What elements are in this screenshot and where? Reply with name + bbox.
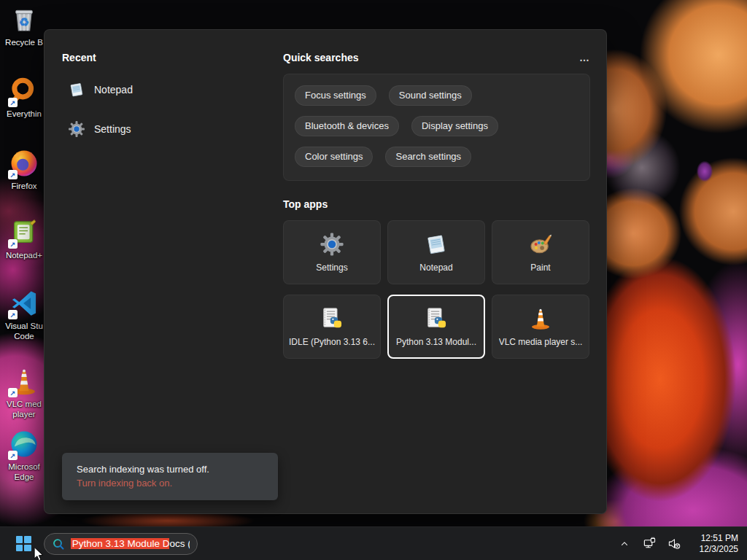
search-flyout-panel: Recent Notepad Settings Quick searches …… xyxy=(44,29,607,514)
quick-searches-title: Quick searches xyxy=(283,52,359,63)
unselected-text: ocs ( xyxy=(169,538,190,549)
tile-label: Notepad xyxy=(419,262,452,273)
desktop-icon-label: Microsof xyxy=(8,462,39,472)
taskbar: Python 3.13 Module Docs ( 12:51 PM xyxy=(0,526,747,560)
tile-label: Python 3.13 Modul... xyxy=(396,337,476,347)
vlc-cone-icon xyxy=(528,306,553,331)
desktop-icon-label: Code xyxy=(14,331,34,341)
top-app-tile-notepad[interactable]: Notepad xyxy=(387,220,485,284)
search-input-text: Python 3.13 Module Docs ( xyxy=(71,538,190,549)
recycle-bin-icon xyxy=(9,5,39,34)
desktop-icon-label: Visual Stu xyxy=(5,321,43,331)
shortcut-arrow-icon: ↗ xyxy=(8,98,18,107)
shortcut-arrow-icon: ↗ xyxy=(8,239,18,249)
desktop-icon-recycle-bin[interactable]: Recycle B xyxy=(1,4,47,47)
show-hidden-icons-button[interactable] xyxy=(616,535,633,553)
tile-label: IDLE (Python 3.13 6... xyxy=(289,337,375,347)
shortcut-arrow-icon: ↗ xyxy=(8,310,18,319)
chevron-up-icon xyxy=(619,539,630,549)
quick-searches-box: Focus settings Sound settings Bluetooth … xyxy=(283,74,590,181)
desktop-icon-label: Everythin xyxy=(7,109,42,119)
start-button[interactable] xyxy=(9,529,38,559)
speaker-mute-icon xyxy=(667,537,681,551)
desktop-icon-label: Firefox xyxy=(11,181,36,191)
indexing-notice: Search indexing was turned off. Turn ind… xyxy=(62,453,278,500)
taskbar-clock[interactable]: 12:51 PM 12/3/2025 xyxy=(700,533,738,555)
recent-item-label: Settings xyxy=(94,123,131,135)
selected-text: Python 3.13 Module D xyxy=(71,538,170,549)
quick-search-pill[interactable]: Focus settings xyxy=(295,85,376,106)
gear-icon xyxy=(320,232,344,257)
desktop-icon-vlc[interactable]: ↗ VLC med player xyxy=(1,366,47,419)
python-document-icon xyxy=(424,306,449,331)
ethernet-network-icon xyxy=(643,537,657,551)
quick-search-pill[interactable]: Color settings xyxy=(295,147,373,167)
desktop-icon-firefox[interactable]: ↗ Firefox xyxy=(1,148,47,191)
desktop-icon-notepad-plus-plus[interactable]: ↗ Notepad+ xyxy=(1,217,47,260)
desktop-icon-label: Notepad+ xyxy=(6,250,42,260)
desktop-icon-label: Recycle B xyxy=(5,37,43,47)
turn-indexing-on-link[interactable]: Turn indexing back on. xyxy=(77,476,263,491)
quick-search-pill[interactable]: Sound settings xyxy=(389,85,472,106)
desktop-icon-label: player xyxy=(12,409,35,419)
top-apps-grid: Settings Notepad Paint IDLE (Python 3.13… xyxy=(283,220,589,359)
top-app-tile-settings[interactable]: Settings xyxy=(283,220,381,284)
taskbar-search-box[interactable]: Python 3.13 Module Docs ( xyxy=(44,533,198,555)
recent-item-settings[interactable]: Settings xyxy=(62,116,281,142)
clock-time: 12:51 PM xyxy=(700,533,738,544)
recent-item-label: Notepad xyxy=(94,84,133,96)
quick-search-pill[interactable]: Search settings xyxy=(385,147,471,167)
network-tray-button[interactable] xyxy=(640,535,658,553)
clock-date: 12/3/2025 xyxy=(700,544,738,555)
paint-palette-icon xyxy=(528,232,553,257)
quick-search-pill[interactable]: Bluetooth & devices xyxy=(295,116,399,136)
top-apps-title: Top apps xyxy=(283,198,328,210)
tile-label: Settings xyxy=(316,262,347,273)
recent-item-notepad[interactable]: Notepad xyxy=(62,77,281,103)
gear-icon xyxy=(68,120,85,138)
shortcut-arrow-icon: ↗ xyxy=(8,388,18,397)
search-icon xyxy=(52,537,65,551)
quick-search-pill[interactable]: Display settings xyxy=(411,116,498,136)
shortcut-arrow-icon: ↗ xyxy=(8,451,18,460)
windows-logo-icon xyxy=(16,536,31,551)
recent-section-title: Recent xyxy=(62,52,281,63)
top-app-tile-python-module-docs[interactable]: Python 3.13 Modul... xyxy=(387,295,485,359)
desktop-icon-everything[interactable]: ↗ Everythin xyxy=(1,76,47,119)
more-options-icon[interactable]: … xyxy=(579,52,590,63)
indexing-notice-message: Search indexing was turned off. xyxy=(77,462,263,476)
tile-label: Paint xyxy=(530,262,550,273)
python-document-icon xyxy=(320,306,344,331)
desktop-icon-label: VLC med xyxy=(7,399,42,409)
top-app-tile-idle[interactable]: IDLE (Python 3.13 6... xyxy=(283,295,381,359)
desktop-icon-label: Edge xyxy=(15,472,34,482)
desktop-icon-edge[interactable]: ↗ Microsof Edge xyxy=(1,429,47,482)
top-app-tile-vlc[interactable]: VLC media player s... xyxy=(492,295,589,359)
top-app-tile-paint[interactable]: Paint xyxy=(492,220,589,284)
shortcut-arrow-icon: ↗ xyxy=(8,170,18,179)
desktop-icon-visual-studio-code[interactable]: ↗ Visual Stu Code xyxy=(1,288,47,341)
volume-muted-tray-button[interactable] xyxy=(665,535,683,553)
tile-label: VLC media player s... xyxy=(499,337,583,347)
notepad-icon xyxy=(68,81,85,98)
notepad-icon xyxy=(424,232,449,257)
